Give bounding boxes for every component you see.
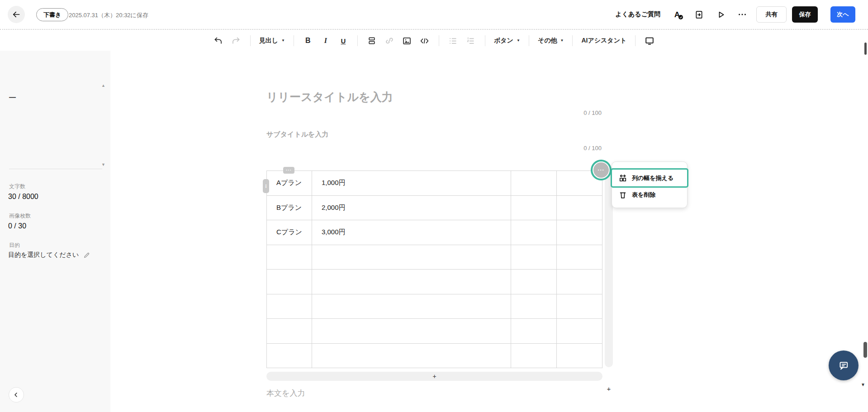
table-cell[interactable]: 2,000円 (312, 196, 511, 221)
subtitle-char-counter: 0 / 100 (498, 145, 602, 152)
table-cell[interactable] (267, 270, 312, 294)
menu-item-delete-table[interactable]: 表を削除 (612, 186, 687, 203)
table-cell[interactable] (267, 319, 312, 344)
heading-dropdown-label: 見出し (259, 37, 278, 45)
table-cell[interactable]: 1,000円 (312, 171, 511, 196)
table-cell[interactable] (511, 220, 557, 245)
outline-scroll-up-button[interactable]: ▲ (101, 83, 105, 88)
export-button[interactable] (691, 7, 707, 22)
status-badge[interactable]: 下書き (36, 8, 68, 21)
column-drag-handle[interactable]: ··· (283, 167, 294, 174)
play-icon (716, 10, 726, 19)
scrollbar-down-arrow[interactable]: ▼ (861, 382, 865, 387)
button-block-dropdown[interactable]: ボタン ▼ (492, 33, 522, 48)
release-title-input[interactable]: リリースタイトルを入力 (266, 90, 393, 104)
italic-button[interactable]: I (318, 33, 333, 48)
table-cell[interactable] (557, 220, 602, 245)
pencil-icon (83, 251, 90, 259)
numbered-list-button[interactable] (463, 33, 479, 48)
outline-scroll-down-button[interactable]: ▼ (101, 162, 105, 167)
table-cell[interactable] (312, 319, 511, 344)
table-cell[interactable]: 3,000円 (312, 220, 511, 245)
add-row-button[interactable]: + (266, 372, 602, 381)
table-cell[interactable] (312, 344, 511, 369)
chevron-down-icon: ▼ (560, 39, 564, 43)
table-cell[interactable] (267, 245, 312, 270)
toolbar-separator (357, 35, 358, 46)
table-cell[interactable] (557, 245, 602, 270)
table-cell[interactable] (511, 319, 557, 344)
redo-button[interactable] (228, 33, 244, 48)
chevron-down-icon: ▼ (281, 39, 285, 43)
purpose-value: 目的を選択してください (8, 251, 79, 259)
chat-support-button[interactable] (829, 350, 859, 380)
horizontal-rule-icon (367, 36, 376, 45)
ai-assistant-button[interactable]: AIアシスタント (579, 33, 629, 48)
faq-link[interactable]: よくあるご質問 (615, 10, 660, 19)
bold-button[interactable]: B (300, 33, 316, 48)
code-icon (420, 36, 429, 46)
body-text-input[interactable]: 本文を入力 (266, 388, 305, 398)
menu-item-equalize-columns[interactable]: 列の幅を揃える (612, 170, 687, 186)
others-dropdown[interactable]: その他 ▼ (536, 33, 566, 48)
back-button[interactable] (8, 6, 25, 23)
image-icon (402, 36, 412, 46)
table-cell[interactable] (511, 294, 557, 319)
heading-dropdown[interactable]: 見出し ▼ (257, 33, 287, 48)
proofread-button[interactable]: A (669, 7, 685, 22)
numbered-list-icon (466, 36, 475, 46)
table-cell[interactable] (511, 196, 557, 221)
table-cell[interactable] (267, 294, 312, 319)
table-cell[interactable]: Aプラン (267, 171, 312, 196)
scrollbar-thumb[interactable] (863, 342, 867, 358)
ellipsis-icon: ··· (593, 162, 609, 178)
document-export-icon (694, 10, 704, 19)
table-options-button[interactable]: ··· (591, 160, 612, 180)
table-cell[interactable] (312, 294, 511, 319)
purpose-selector[interactable]: 目的を選択してください (8, 251, 90, 259)
preview-display-button[interactable] (642, 33, 657, 48)
monitor-icon (645, 36, 655, 46)
image-button[interactable] (399, 33, 415, 48)
table-cell[interactable]: Cプラン (267, 220, 312, 245)
table-cell[interactable] (557, 344, 602, 369)
bullet-list-button[interactable] (446, 33, 461, 48)
divider-block-button[interactable] (364, 33, 379, 48)
table-cell[interactable] (511, 245, 557, 270)
top-bar-actions: よくあるご質問 A 共有 保存 次へ (615, 0, 855, 29)
add-column-plus: + (605, 385, 613, 393)
more-dots-icon (737, 9, 747, 19)
table-cell[interactable] (557, 294, 602, 319)
chevron-down-icon: ▼ (517, 39, 520, 43)
link-button[interactable] (382, 33, 397, 48)
table-cell[interactable] (312, 270, 511, 294)
code-button[interactable] (417, 33, 432, 48)
table-cell[interactable]: Bプラン (267, 196, 312, 221)
table-cell[interactable] (267, 344, 312, 369)
table-cell[interactable] (511, 270, 557, 294)
toolbar-separator (294, 35, 294, 46)
sidebar-collapse-button[interactable] (9, 387, 24, 403)
next-button[interactable]: 次へ (830, 6, 855, 23)
title-char-counter: 0 / 100 (498, 109, 602, 116)
subtitle-input[interactable]: サブタイトルを入力 (266, 130, 328, 139)
underline-button[interactable]: U (336, 33, 351, 48)
toolbar-separator (250, 35, 251, 46)
table-cell[interactable] (557, 270, 602, 294)
preview-button[interactable] (713, 7, 728, 22)
bullet-list-icon (448, 36, 458, 46)
table-cell[interactable] (312, 245, 511, 270)
table-cell[interactable] (511, 344, 557, 369)
undo-button[interactable] (211, 33, 226, 48)
table-context-menu: 列の幅を揃える 表を削除 (612, 161, 688, 208)
table-cell[interactable] (557, 319, 602, 344)
more-options-button[interactable] (735, 7, 750, 22)
save-button[interactable]: 保存 (792, 6, 818, 23)
share-button[interactable]: 共有 (756, 6, 787, 23)
outline-item-title[interactable]: — (9, 93, 16, 101)
scrollbar-thumb[interactable] (864, 43, 867, 55)
table-cell[interactable] (511, 171, 557, 196)
table-cell[interactable] (557, 196, 602, 221)
format-toolbar: 見出し ▼ B I U ボタン ▼ (0, 31, 868, 51)
row-drag-handle[interactable]: ⋮ (263, 179, 269, 193)
